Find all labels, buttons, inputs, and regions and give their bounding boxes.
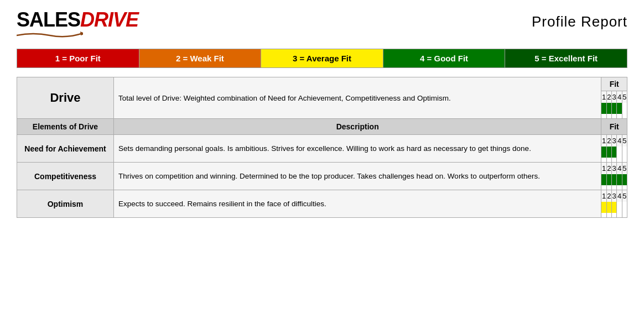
comp-spacer-2	[607, 185, 612, 190]
drive-spacer-4	[617, 114, 622, 118]
comp-num-4: 4	[617, 163, 622, 174]
nfa-bar-5	[622, 147, 627, 158]
nfa-spacer-2	[607, 158, 612, 162]
legend-average: 3 = Average Fit	[261, 49, 383, 67]
drive-bar-5	[622, 103, 627, 114]
drive-fit-header: Fit	[601, 77, 627, 91]
nfa-bar-2	[607, 147, 612, 158]
nfa-num-3: 3	[612, 135, 617, 147]
comp-numbers-cell: 1 2 3 4 5	[601, 163, 627, 175]
comp-num-5: 5	[622, 163, 627, 174]
opt-bar-2	[607, 202, 612, 213]
logo-text: SALESDRIVE	[17, 10, 138, 30]
elements-header-row: Elements of Drive Description Fit	[17, 119, 627, 135]
elements-header-fit: Fit	[601, 119, 627, 135]
nfa-numbers-row: 1 2 3 4 5	[601, 135, 627, 147]
opt-spacer-row	[601, 213, 627, 217]
opt-label: Optimism	[17, 190, 114, 218]
comp-fit-wrapper	[601, 174, 627, 190]
opt-bar-1	[601, 202, 606, 213]
drive-fit-numbers-cell: 1 2 3 4 5	[601, 91, 627, 119]
main-table: Drive Total level of Drive: Weighted com…	[17, 77, 627, 218]
nfa-spacer-3	[612, 158, 617, 162]
drive-bar-2	[607, 103, 612, 114]
legend-poor: 1 = Poor Fit	[17, 49, 139, 67]
nfa-spacer-1	[601, 158, 606, 162]
legend-bar: 1 = Poor Fit 2 = Weak Fit 3 = Average Fi…	[17, 49, 627, 68]
drive-num-4: 4	[617, 91, 622, 103]
drive-description: Total level of Drive: Weighted combinati…	[114, 77, 601, 119]
drive-bar-4	[617, 103, 622, 114]
nfa-fit-wrapper	[601, 147, 627, 162]
report-title: Profile Report	[532, 10, 627, 30]
comp-header-row: Competitiveness Thrives on competition a…	[17, 163, 627, 175]
comp-spacer-4	[617, 185, 622, 190]
comp-spacer-5	[622, 185, 627, 190]
nfa-num-5: 5	[622, 135, 627, 147]
logo-swoosh-icon	[17, 31, 83, 39]
comp-bar-1	[601, 174, 606, 185]
comp-bar-2	[607, 174, 612, 185]
nfa-numbers-cell: 1 2 3 4 5	[601, 135, 627, 147]
opt-spacer-5	[622, 213, 627, 217]
comp-bar-5	[622, 174, 627, 185]
drive-header-row: Drive Total level of Drive: Weighted com…	[17, 77, 627, 91]
comp-label: Competitiveness	[17, 163, 114, 190]
comp-num-3: 3	[612, 163, 617, 174]
nfa-spacer-4	[617, 158, 622, 162]
drive-spacer-2	[607, 114, 612, 118]
opt-num-4: 4	[617, 190, 622, 202]
nfa-bar-4	[617, 147, 622, 158]
drive-spacer-row	[601, 114, 627, 118]
opt-num-1: 1	[601, 190, 606, 202]
opt-bar-cell	[601, 202, 627, 218]
opt-description: Expects to succeed. Remains resilient in…	[114, 190, 601, 218]
opt-bar-5	[622, 202, 627, 213]
drive-bar-row	[601, 103, 627, 114]
elements-header-desc: Description	[114, 119, 601, 135]
nfa-spacer-5	[622, 158, 627, 162]
elements-header-label: Elements of Drive	[17, 119, 114, 135]
drive-numbers-row: 1 2 3 4 5	[601, 91, 627, 103]
nfa-bar-row	[601, 147, 627, 158]
opt-numbers-cell: 1 2 3 4 5	[601, 190, 627, 202]
opt-num-2: 2	[607, 190, 612, 202]
header: SALESDRIVE Profile Report	[17, 10, 627, 39]
drive-label: Drive	[17, 77, 114, 119]
legend-good: 4 = Good Fit	[383, 49, 506, 67]
drive-bar-3	[612, 103, 617, 114]
drive-num-1: 1	[601, 91, 606, 103]
comp-numbers-row: 1 2 3 4 5	[601, 163, 627, 174]
logo-drive: DRIVE	[80, 8, 138, 31]
opt-bar-4	[617, 202, 622, 213]
comp-spacer-1	[601, 185, 606, 190]
logo-sales: SALES	[17, 8, 80, 31]
comp-bar-3	[612, 174, 617, 185]
nfa-description: Sets demanding personal goals. Is ambiti…	[114, 135, 601, 163]
drive-num-2: 2	[607, 91, 612, 103]
opt-spacer-3	[612, 213, 617, 217]
opt-bar-row	[601, 202, 627, 213]
logo: SALESDRIVE	[17, 10, 138, 39]
legend-weak: 2 = Weak Fit	[139, 49, 262, 67]
opt-fit-wrapper	[601, 202, 627, 217]
drive-num-3: 3	[612, 91, 617, 103]
opt-header-row: Optimism Expects to succeed. Remains res…	[17, 190, 627, 202]
nfa-num-1: 1	[601, 135, 606, 147]
opt-numbers-row: 1 2 3 4 5	[601, 190, 627, 202]
nfa-spacer-row	[601, 158, 627, 162]
drive-num-5: 5	[622, 91, 627, 103]
legend-excellent: 5 = Excellent Fit	[505, 49, 627, 67]
drive-spacer-3	[612, 114, 617, 118]
nfa-bar-1	[601, 147, 606, 158]
nfa-bar-cell	[601, 147, 627, 163]
opt-spacer-4	[617, 213, 622, 217]
opt-bar-3	[612, 202, 617, 213]
comp-bar-row	[601, 174, 627, 185]
opt-spacer-1	[601, 213, 606, 217]
opt-num-3: 3	[612, 190, 617, 202]
page-container: SALESDRIVE Profile Report 1 = Poor Fit 2…	[0, 0, 644, 229]
svg-marker-0	[80, 32, 83, 35]
nfa-header-row: Need for Achievement Sets demanding pers…	[17, 135, 627, 147]
nfa-num-4: 4	[617, 135, 622, 147]
